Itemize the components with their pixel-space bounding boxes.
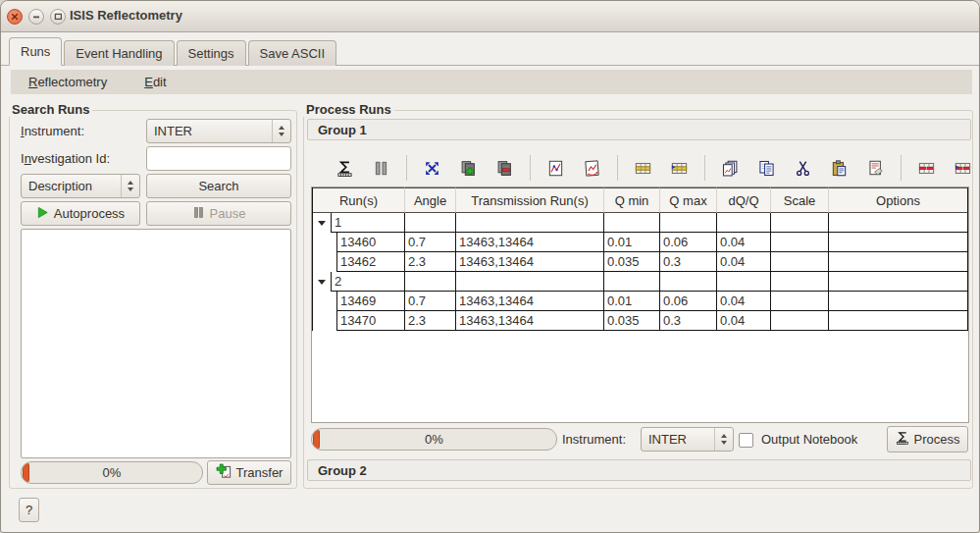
spinner-arrows-icon[interactable] — [272, 120, 290, 142]
investigation-id-input[interactable] — [146, 146, 291, 171]
table-cell[interactable]: 0.035 — [604, 252, 660, 272]
table-cell[interactable] — [771, 213, 829, 233]
clear-icon[interactable] — [867, 160, 884, 177]
delete-row-icon[interactable] — [918, 160, 935, 177]
table-cell[interactable]: 0.04 — [717, 252, 771, 272]
table-cell[interactable]: 0.06 — [660, 292, 717, 311]
expander-cell[interactable] — [313, 272, 331, 292]
table-cell[interactable]: 2.3 — [405, 311, 456, 331]
table-cell[interactable]: 0.04 — [717, 311, 771, 331]
table-cell[interactable] — [771, 233, 829, 252]
process-button[interactable]: Process — [887, 426, 968, 453]
expand-all-groups-icon[interactable] — [424, 160, 440, 177]
table-cell[interactable]: 0.035 — [604, 311, 660, 331]
group-rows-icon[interactable] — [722, 160, 739, 177]
insert-group-icon[interactable] — [460, 160, 477, 177]
transfer-button[interactable]: Transfer — [207, 460, 291, 485]
table-cell[interactable]: 13463,13464 — [456, 252, 604, 272]
table-cell[interactable]: 0.7 — [405, 292, 456, 311]
table-cell[interactable]: 13463,13464 — [456, 311, 604, 331]
table-cell[interactable]: 2.3 — [405, 252, 456, 272]
column-header[interactable]: Q max — [660, 187, 717, 213]
table-cell[interactable] — [829, 252, 968, 272]
table-cell[interactable] — [456, 213, 604, 233]
process-table-viewport[interactable]: Run(s)AngleTransmission Run(s)Q minQ max… — [311, 187, 969, 423]
tab-runs[interactable]: Runs — [9, 37, 62, 66]
maximize-icon[interactable] — [50, 9, 66, 25]
run-row[interactable]: 134690.713463,134640.010.060.04 — [313, 292, 968, 311]
run-cell[interactable]: 13460 — [336, 233, 405, 252]
close-icon[interactable] — [7, 9, 23, 25]
column-header[interactable]: Scale — [771, 187, 829, 213]
table-cell[interactable] — [771, 252, 829, 272]
titlebar[interactable]: ISIS Reflectometry — [1, 1, 979, 32]
column-header[interactable]: dQ/Q — [717, 187, 771, 213]
spinner-arrows-icon[interactable] — [714, 428, 733, 451]
table-cell[interactable]: 0.04 — [717, 292, 771, 311]
autoprocess-button[interactable]: Autoprocess — [21, 201, 140, 226]
copy-icon[interactable] — [758, 160, 775, 177]
spinner-arrows-icon[interactable] — [121, 175, 139, 197]
table-cell[interactable] — [456, 272, 604, 292]
instrument-combo[interactable]: INTER — [146, 119, 291, 143]
expander-cell[interactable] — [313, 213, 331, 233]
table-cell[interactable] — [771, 292, 829, 311]
column-header[interactable]: Transmission Run(s) — [456, 187, 604, 213]
run-row[interactable]: 134702.313463,134640.0350.30.04 — [313, 311, 968, 331]
column-header[interactable]: Angle — [405, 187, 456, 213]
insert-row-after-icon[interactable] — [671, 160, 688, 177]
column-header[interactable]: Q min — [604, 187, 660, 213]
search-button[interactable]: Search — [146, 174, 291, 198]
run-cell[interactable]: 13469 — [336, 292, 405, 311]
tab-event-handling[interactable]: Event Handling — [64, 40, 174, 66]
expander-icon[interactable] — [318, 280, 326, 285]
group-row[interactable]: 2 — [313, 272, 968, 292]
plot-runs-icon[interactable] — [547, 160, 564, 177]
table-cell[interactable]: 0.04 — [717, 233, 771, 252]
table-cell[interactable]: 0.3 — [660, 252, 717, 272]
group-id-cell[interactable]: 2 — [331, 272, 405, 292]
table-cell[interactable]: 13463,13464 — [456, 233, 604, 252]
tab-settings[interactable]: Settings — [177, 40, 246, 66]
column-header[interactable]: Options — [829, 187, 968, 213]
menu-edit[interactable]: Edit — [144, 75, 166, 89]
plot-group-icon[interactable] — [584, 160, 600, 177]
paste-icon[interactable] — [831, 160, 848, 177]
table-cell[interactable] — [829, 272, 968, 292]
table-cell[interactable] — [405, 213, 456, 233]
menu-reflectometry[interactable]: Reflectometry — [28, 75, 107, 89]
search-results-list[interactable] — [21, 229, 291, 458]
group-id-cell[interactable]: 1 — [331, 213, 405, 233]
table-cell[interactable] — [771, 311, 829, 331]
description-combo[interactable]: Description — [21, 174, 140, 198]
table-cell[interactable] — [717, 213, 771, 233]
table-cell[interactable] — [717, 272, 771, 292]
table-cell[interactable] — [771, 272, 829, 292]
table-cell[interactable] — [660, 272, 717, 292]
delete-group-icon[interactable] — [496, 160, 513, 177]
group1-header[interactable]: Group 1 — [307, 119, 971, 140]
run-row[interactable]: 134622.313463,134640.0350.30.04 — [313, 252, 968, 272]
cut-icon[interactable] — [795, 160, 811, 177]
table-cell[interactable] — [829, 311, 968, 331]
run-cell[interactable]: 13470 — [336, 311, 405, 331]
output-notebook-checkbox[interactable] — [739, 433, 753, 448]
tab-save-ascii[interactable]: Save ASCII — [248, 40, 336, 66]
pause-icon[interactable] — [373, 160, 389, 177]
column-header[interactable]: Run(s) — [313, 187, 405, 213]
process-instrument-combo[interactable]: INTER — [641, 427, 734, 452]
table-cell[interactable] — [405, 272, 456, 292]
process-icon[interactable] — [336, 160, 353, 177]
table-cell[interactable] — [660, 213, 717, 233]
group2-header[interactable]: Group 2 — [307, 459, 971, 481]
table-cell[interactable] — [604, 272, 660, 292]
table-cell[interactable]: 0.01 — [604, 292, 660, 311]
table-cell[interactable]: 13463,13464 — [456, 292, 604, 311]
table-cell[interactable] — [829, 213, 968, 233]
delete-group-row-icon[interactable] — [954, 160, 971, 177]
run-cell[interactable]: 13462 — [336, 252, 405, 272]
help-button[interactable]: ? — [19, 498, 39, 522]
expander-icon[interactable] — [318, 221, 326, 226]
table-cell[interactable] — [829, 292, 968, 311]
table-cell[interactable]: 0.7 — [405, 233, 456, 252]
